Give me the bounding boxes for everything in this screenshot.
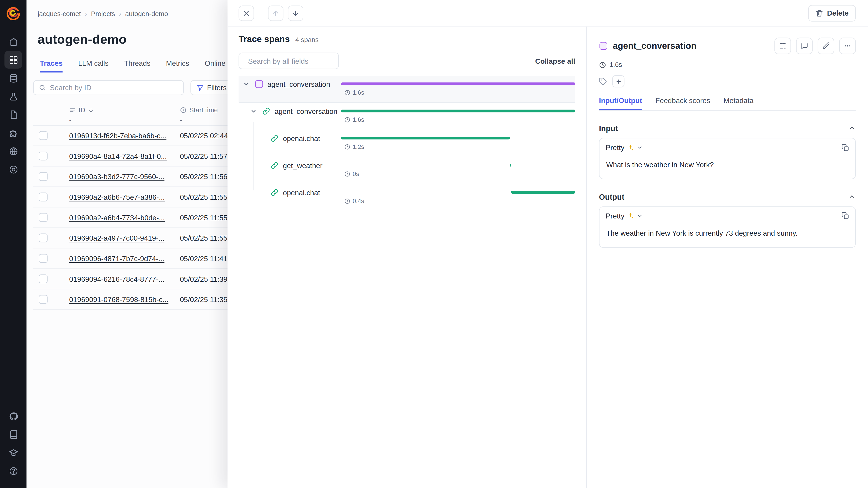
tab-llm-calls[interactable]: LLM calls <box>78 59 109 72</box>
column-header-id[interactable]: ID <box>79 106 85 114</box>
search-input[interactable] <box>50 84 178 92</box>
projects-grid-icon[interactable] <box>4 51 22 68</box>
collapse-section-button[interactable] <box>848 125 856 132</box>
row-checkbox[interactable] <box>39 274 48 283</box>
format-select[interactable]: Pretty <box>606 212 643 220</box>
tab-metadata[interactable]: Metadata <box>723 96 754 110</box>
trace-id-link[interactable]: 019690a2-a497-7c00-9419-... <box>69 234 164 242</box>
documentation-book-icon[interactable] <box>4 425 22 443</box>
copy-button[interactable] <box>841 212 849 220</box>
settings-target-icon[interactable] <box>4 160 22 178</box>
trace-id-link[interactable]: 01969096-4871-7b7c-9d74-... <box>69 254 164 263</box>
add-tag-button[interactable] <box>612 75 625 88</box>
collapse-all-button[interactable]: Collapse all <box>535 57 575 65</box>
quickstart-graduation-cap-icon[interactable] <box>4 444 22 461</box>
row-checkbox[interactable] <box>39 172 48 181</box>
span-row-openai-chat[interactable]: openai.chat 1.2s <box>239 130 575 157</box>
text-type-icon <box>69 107 76 113</box>
span-detail-title: agent_conversation <box>613 41 696 51</box>
trace-overlay: Delete Trace spans 4 spans Collapse all <box>228 0 868 488</box>
span-duration-bar <box>511 191 575 194</box>
tab-input-output[interactable]: Input/Output <box>599 96 642 110</box>
tag-icon <box>599 77 608 86</box>
prompts-document-icon[interactable] <box>4 106 22 123</box>
span-row-agent-conversation[interactable]: agent_conversation 1.6s <box>239 76 575 103</box>
span-duration: 0.4s <box>344 197 364 204</box>
spans-search-box <box>239 53 339 69</box>
close-button[interactable] <box>239 5 254 21</box>
detail-tabs: Input/Output Feedback scores Metadata <box>599 96 856 111</box>
more-actions-button[interactable] <box>839 38 856 54</box>
span-duration: 1.6s <box>344 89 364 96</box>
row-checkbox[interactable] <box>39 295 48 304</box>
column-header-start-time[interactable]: Start time <box>189 106 218 114</box>
row-checkbox[interactable] <box>39 131 48 140</box>
trace-id-link[interactable]: 01969094-6216-78c4-8777-... <box>69 275 164 283</box>
online-evaluation-globe-icon[interactable] <box>4 142 22 160</box>
span-timeline: 0s <box>341 157 575 184</box>
chevron-down-icon[interactable] <box>249 107 258 116</box>
breadcrumb-separator: › <box>119 9 121 18</box>
trace-id-link[interactable]: 019690a2-a6b6-75e7-a386-... <box>69 193 165 201</box>
trace-id-link[interactable]: 019690a2-a6b4-7734-b0de-... <box>69 213 165 222</box>
chevron-down-icon <box>637 213 643 219</box>
span-timeline: 0.4s <box>341 184 575 212</box>
span-row-agent-conversation[interactable]: agent_conversation 1.6s <box>239 103 575 130</box>
tab-metrics[interactable]: Metrics <box>166 59 189 72</box>
ellipsis-icon <box>844 42 851 50</box>
clock-icon <box>344 144 350 150</box>
row-checkbox[interactable] <box>39 213 48 222</box>
overlay-body: Trace spans 4 spans Collapse all <box>228 27 868 488</box>
row-checkbox[interactable] <box>39 152 48 160</box>
row-checkbox[interactable] <box>39 233 48 242</box>
tab-traces[interactable]: Traces <box>40 59 63 72</box>
home-icon[interactable] <box>4 33 22 50</box>
copy-icon <box>841 144 849 151</box>
comet-logo-icon[interactable] <box>6 6 21 21</box>
tab-threads[interactable]: Threads <box>124 59 151 72</box>
clock-icon <box>344 117 350 123</box>
trace-id-link[interactable]: 0196913d-f62b-7eba-ba6b-c... <box>69 131 166 140</box>
span-name-label: agent_conversation <box>268 80 330 88</box>
breadcrumb-item-workspace[interactable]: jacques-comet <box>38 10 81 18</box>
tab-feedback-scores[interactable]: Feedback scores <box>655 96 710 110</box>
span-row-get-weather[interactable]: get_weather 0s <box>239 157 575 184</box>
span-duration-meta: 1.6s <box>599 61 856 68</box>
spans-search-input[interactable] <box>248 57 345 65</box>
edit-button[interactable] <box>817 38 834 54</box>
breadcrumb-separator: › <box>85 9 87 18</box>
format-select[interactable]: Pretty <box>606 143 643 152</box>
previous-trace-button[interactable] <box>268 5 283 21</box>
playground-puzzle-icon[interactable] <box>4 124 22 142</box>
span-duration: 0s <box>344 170 359 177</box>
add-to-dataset-button[interactable] <box>774 38 791 54</box>
next-trace-button[interactable] <box>288 5 303 21</box>
span-row-openai-chat[interactable]: openai.chat 0.4s <box>239 184 575 212</box>
span-name-label: get_weather <box>283 161 322 170</box>
copy-button[interactable] <box>841 144 849 151</box>
trace-id-link[interactable]: 01969091-0768-7598-815b-c... <box>69 295 168 304</box>
datasets-icon[interactable] <box>4 69 22 87</box>
span-name-label: openai.chat <box>283 134 320 142</box>
row-checkbox[interactable] <box>39 254 48 263</box>
github-icon[interactable] <box>4 407 22 425</box>
chain-link-icon <box>270 134 279 143</box>
help-icon[interactable] <box>4 462 22 480</box>
breadcrumb-item-projects[interactable]: Projects <box>91 10 115 18</box>
detail-actions <box>774 38 856 54</box>
chain-link-icon <box>270 161 279 170</box>
row-checkbox[interactable] <box>39 193 48 201</box>
span-timeline: 1.6s <box>341 103 575 130</box>
collapse-section-button[interactable] <box>848 193 856 201</box>
clock-icon <box>599 61 606 68</box>
trace-id-link[interactable]: 019690a4-8a14-72a4-8a1f-0... <box>69 152 167 160</box>
span-duration-bar <box>509 164 510 166</box>
comment-button[interactable] <box>796 38 813 54</box>
sort-desc-icon[interactable] <box>88 107 94 113</box>
trace-id-link[interactable]: 019690a3-b3d2-777c-9560-... <box>69 172 164 181</box>
experiments-flask-icon[interactable] <box>4 88 22 105</box>
delete-button[interactable]: Delete <box>808 5 856 21</box>
toolbar-divider <box>260 6 261 20</box>
chevron-down-icon[interactable] <box>242 80 251 89</box>
delete-label: Delete <box>827 9 849 17</box>
